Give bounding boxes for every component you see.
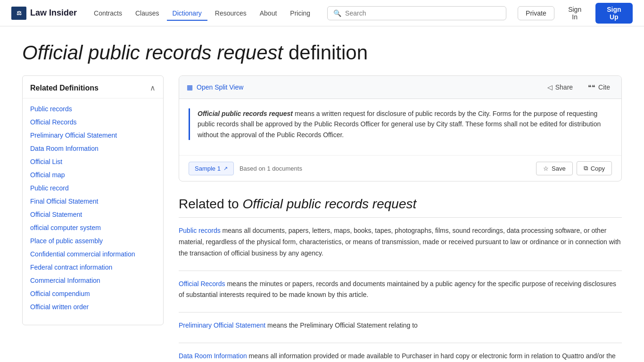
logo[interactable]: ⚖ Law Insider <box>11 7 77 20</box>
nav-resources[interactable]: Resources <box>209 6 252 21</box>
related-title: Related to Official public records reque… <box>179 197 622 212</box>
related-link-preliminary[interactable]: Preliminary Official Statement <box>179 321 265 329</box>
sidebar-item-data-room-information[interactable]: Data Room Information <box>23 142 163 155</box>
page-title-italic: Official public records request <box>22 41 283 64</box>
sidebar-title: Related Definitions <box>30 84 99 92</box>
page-title: Official public records request definiti… <box>22 26 622 75</box>
related-divider-1 <box>179 271 622 271</box>
sidebar-items: Public records Official Records Prelimin… <box>23 99 163 317</box>
signup-button[interactable]: Sign Up <box>595 3 633 24</box>
card-header-actions: ◁ Share ❝❝ Cite <box>544 82 614 93</box>
related-entry-3: Data Room Information means all informat… <box>179 351 622 362</box>
sidebar-item-commercial-information[interactable]: Commercial Information <box>23 274 163 287</box>
navbar: ⚖ Law Insider Contracts Clauses Dictiona… <box>0 0 644 26</box>
open-split-view-label: Open Split View <box>197 83 243 91</box>
sidebar-item-place-of-public-assembly[interactable]: Place of public assembly <box>23 234 163 247</box>
related-entry-2: Preliminary Official Statement means the… <box>179 320 622 331</box>
save-button[interactable]: ☆ Save <box>536 162 573 175</box>
cite-button[interactable]: ❝❝ Cite <box>584 82 614 93</box>
page-title-normal: definition <box>289 41 368 64</box>
related-title-normal: Related to <box>179 197 239 211</box>
sidebar-item-official-compendium[interactable]: Official compendium <box>23 287 163 300</box>
save-label: Save <box>552 165 566 172</box>
sidebar-item-official-computer-system[interactable]: official computer system <box>23 221 163 234</box>
related-divider <box>179 217 622 218</box>
related-text-2: means the Preliminary Official Statement… <box>265 321 418 329</box>
related-entry-1: Official Records means the minutes or pa… <box>179 279 622 301</box>
sidebar-item-official-records[interactable]: Official Records <box>23 115 163 129</box>
share-button[interactable]: ◁ Share <box>544 82 577 93</box>
sidebar-toggle-icon[interactable]: ∧ <box>150 83 156 92</box>
sidebar-item-public-record[interactable]: Public record <box>23 181 163 195</box>
related-link-official-records[interactable]: Official Records <box>179 280 225 288</box>
signin-button[interactable]: Sign In <box>558 3 592 24</box>
footer-left: Sample 1 ↗ Based on 1 documents <box>189 162 302 175</box>
sidebar-item-official-statement[interactable]: Official Statement <box>23 208 163 221</box>
main-content: ▦ Open Split View ◁ Share ❝❝ Cite <box>179 75 622 362</box>
related-entry-text-1: Official Records means the minutes or pa… <box>179 279 622 301</box>
sample-button[interactable]: Sample 1 ↗ <box>189 162 234 175</box>
sidebar-item-final-official-statement[interactable]: Final Official Statement <box>23 195 163 208</box>
definition-card-header: ▦ Open Split View ◁ Share ❝❝ Cite <box>179 76 621 99</box>
related-section: Related to Official public records reque… <box>179 197 622 362</box>
related-text-0: means all documents, papers, letters, ma… <box>179 227 621 257</box>
related-title-italic: Official public records request <box>242 197 416 211</box>
content-layout: Related Definitions ∧ Public records Off… <box>22 75 622 362</box>
related-entry-text-0: Public records means all documents, pape… <box>179 225 622 259</box>
share-icon: ◁ <box>547 83 553 91</box>
search-icon: 🔍 <box>333 9 341 17</box>
sidebar-header: Related Definitions ∧ <box>23 76 163 99</box>
definition-card: ▦ Open Split View ◁ Share ❝❝ Cite <box>179 75 622 181</box>
related-entry-0: Public records means all documents, pape… <box>179 225 622 259</box>
sidebar-item-preliminary-official-statement[interactable]: Preliminary Official Statement <box>23 129 163 142</box>
logo-text: Law Insider <box>30 8 77 18</box>
navbar-actions: Private Sign In Sign Up <box>518 3 633 24</box>
definition-body: Official public records request means a … <box>179 99 621 155</box>
sidebar-item-federal-contract[interactable]: Federal contract information <box>23 261 163 274</box>
copy-label: Copy <box>591 165 605 172</box>
nav-clauses[interactable]: Clauses <box>130 6 165 21</box>
sidebar-item-confidential-commercial[interactable]: Confidential commercial information <box>23 247 163 261</box>
sidebar-item-official-map[interactable]: Official map <box>23 168 163 181</box>
sidebar-item-official-written-order[interactable]: Official written order <box>23 300 163 313</box>
definition-footer: Sample 1 ↗ Based on 1 documents ☆ Save ⧉… <box>179 155 621 181</box>
open-split-view-button[interactable]: ▦ Open Split View <box>187 83 243 91</box>
private-button[interactable]: Private <box>518 6 554 20</box>
related-entry-text-3: Data Room Information means all informat… <box>179 351 622 362</box>
related-text-1: means the minutes or papers, records and… <box>179 280 616 299</box>
external-link-icon: ↗ <box>223 165 228 172</box>
cite-icon: ❝❝ <box>588 83 595 91</box>
nav-pricing[interactable]: Pricing <box>284 6 316 21</box>
navbar-nav: Contracts Clauses Dictionary Resources A… <box>88 6 316 21</box>
related-divider-2 <box>179 312 622 313</box>
share-label: Share <box>555 83 573 91</box>
split-view-icon: ▦ <box>187 83 193 91</box>
related-link-data-room[interactable]: Data Room Information <box>179 352 247 360</box>
sidebar: Related Definitions ∧ Public records Off… <box>22 75 164 325</box>
related-link-public-records[interactable]: Public records <box>179 227 221 234</box>
based-on-text: Based on 1 documents <box>239 165 302 172</box>
definition-text: Official public records request means a … <box>189 108 612 140</box>
save-icon: ☆ <box>543 165 549 172</box>
footer-actions: ☆ Save ⧉ Copy <box>536 161 612 175</box>
definition-term: Official public records request <box>198 110 293 117</box>
nav-contracts[interactable]: Contracts <box>88 6 128 21</box>
cite-label: Cite <box>598 83 610 91</box>
related-entry-text-2: Preliminary Official Statement means the… <box>179 320 622 331</box>
logo-icon: ⚖ <box>11 7 26 20</box>
search-input[interactable] <box>345 9 500 17</box>
sidebar-item-public-records[interactable]: Public records <box>23 102 163 115</box>
search-bar: 🔍 <box>327 6 506 20</box>
copy-button[interactable]: ⧉ Copy <box>577 161 612 175</box>
page-container: Official public records request definiti… <box>11 26 633 362</box>
nav-dictionary[interactable]: Dictionary <box>167 6 207 21</box>
sidebar-item-official-list[interactable]: Official List <box>23 155 163 168</box>
related-divider-3 <box>179 343 622 343</box>
nav-about[interactable]: About <box>254 6 283 21</box>
sample-label: Sample 1 <box>195 165 221 172</box>
copy-icon: ⧉ <box>584 165 588 172</box>
